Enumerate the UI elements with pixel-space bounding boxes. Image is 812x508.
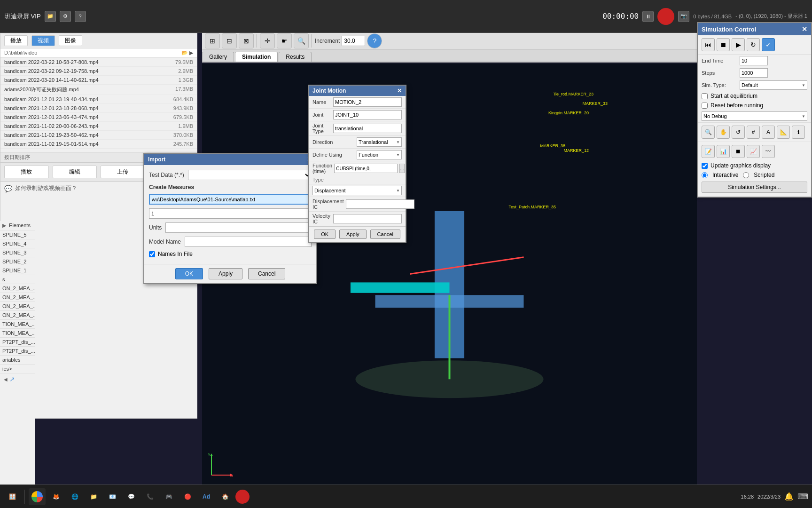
toolbar-icon-4[interactable]: ✛ [260,33,275,48]
help-btn[interactable]: ? [75,11,86,22]
help-icon[interactable]: ? [367,33,382,48]
sidebar-item-pt2pt2[interactable]: PT2PT_dis_... [0,347,35,356]
joint-apply-btn[interactable]: Apply [339,230,367,239]
sim-icon-grid[interactable]: # [747,126,760,139]
sidebar-item-spline3[interactable]: SPLINE_3 [0,248,35,257]
media-item[interactable]: bandicam 2021-12-01 23-19-40-434.mp4 684… [0,95,197,104]
taskbar-explorer[interactable]: 📁 [85,488,102,505]
taskbar-firefox[interactable]: 🦊 [47,488,64,505]
velocity-ic-input[interactable] [333,214,402,223]
taskbar-notification[interactable]: 🔔 [784,492,794,501]
sim-rewind-btn[interactable]: ⏮ [702,38,715,51]
sim-tick-btn[interactable]: ✓ [762,38,775,51]
media-item[interactable]: bandicam 2021-12-01 23-06-43-474.mp4 679… [0,113,197,122]
function-browse-btn[interactable]: ... [399,164,404,173]
direction-dropdown[interactable]: Translational ▼ [357,137,402,147]
sidebar-item-spline4[interactable]: SPLINE_4 [0,239,35,248]
sidebar-item-on2mea1[interactable]: ON_2_MEA_... [0,284,35,293]
toolbar-icon-3[interactable]: ⊠ [239,33,254,48]
sidebar-item-tionmea2[interactable]: TION_MEA_... [0,329,35,338]
sim-icon-stop2[interactable]: ⏹ [732,145,745,158]
sim-type-dropdown[interactable]: Default ▼ [740,80,807,90]
taskbar-app3[interactable]: 📞 [141,488,158,505]
taskbar-app2[interactable]: 💬 [123,488,140,505]
joint-dialog-close[interactable]: ✕ [397,87,402,94]
sim-panel-close[interactable]: ✕ [802,25,807,33]
play-btn[interactable]: 播放 [4,166,49,178]
sim-icon-graph[interactable]: 📊 [717,145,730,158]
taskbar-app5[interactable]: 🔴 [179,488,196,505]
media-item[interactable]: bandicam 2022-03-22 09-12-19-758.mp4 2.9… [0,67,197,76]
taskbar-keyboard[interactable]: ⌨ [797,492,808,501]
displacement-ic-input[interactable] [346,199,414,209]
sidebar-item-pt2pt1[interactable]: PT2PT_dis_... [0,338,35,347]
import-cancel-btn[interactable]: Cancel [248,268,285,279]
media-item[interactable]: bandicam 2022-03-20 14-11-40-621.mp4 1.3… [0,76,197,85]
media-item[interactable]: adams2020许可证失败问题.mp4 17.3MB [0,85,197,95]
sidebar-item-on2mea3[interactable]: ON_2_MEA_... [0,302,35,311]
taskbar-ie[interactable]: 🌐 [66,488,83,505]
joint-ok-btn[interactable]: OK [314,230,336,239]
sidebar-item-spline1[interactable]: SPLINE_1 [0,266,35,275]
debug-dropdown[interactable]: No Debug ▼ [702,111,807,121]
sidebar-item-ies[interactable]: ies> [0,365,35,373]
taskbar-adams[interactable]: Ad [198,488,215,505]
joint-cancel-btn[interactable]: Cancel [370,230,400,239]
tab-results[interactable]: Results [279,52,312,62]
toolbar-icon-6[interactable]: 🔍 [294,33,309,48]
steps-input[interactable] [740,68,768,78]
model-name-input[interactable] [185,237,312,247]
taskbar-app1[interactable]: 📧 [104,488,121,505]
toolbar-icon-5[interactable]: ☛ [277,33,292,48]
sim-play-btn[interactable]: ▶ [732,38,745,51]
sidebar-item-spline5[interactable]: SPLINE_5 [0,230,35,239]
media-item[interactable]: bandicam 2021-11-02 19-15-01-514.mp4 245… [0,140,197,149]
settings-btn[interactable]: ⚙ [60,11,71,22]
type-dropdown[interactable]: Displacement ▼ [312,186,402,195]
names-in-file-checkbox[interactable] [149,251,155,257]
update-graphics-checkbox[interactable] [702,163,708,169]
scripted-radio[interactable] [743,172,749,178]
taskbar-app4[interactable]: 🎮 [160,488,177,505]
upload-btn[interactable]: 上传 [101,166,145,178]
sim-icon-text[interactable]: A [762,126,775,139]
media-item[interactable]: bandicam 2021-11-02 20-00-06-243.mp4 1.9… [0,122,197,131]
media-item[interactable]: bandicam 2022-03-22 10-58-27-808.mp4 79.… [0,58,197,67]
sim-settings-btn[interactable]: Simulation Settings... [702,182,807,193]
start-eq-checkbox[interactable] [702,93,708,99]
sidebar-item-s[interactable]: s [0,275,35,284]
sim-stop-btn[interactable]: ⏹ [717,38,730,51]
import-apply-btn[interactable]: Apply [209,268,242,279]
sidebar-item-tionmea1[interactable]: TION_MEA_... [0,320,35,329]
taskbar-start[interactable]: 🪟 [4,488,21,505]
sidebar-item-on2mea4[interactable]: ON_2_MEA_... [0,311,35,320]
file-btn[interactable]: 📁 [45,11,56,22]
joint-type-input[interactable] [333,124,402,133]
tab-play[interactable]: 播放 [4,35,28,46]
sidebar-item-variables[interactable]: ariables [0,356,35,365]
toolbar-icon-1[interactable]: ⊞ [205,33,220,48]
sim-refresh-btn[interactable]: ↻ [747,38,760,51]
define-using-dropdown[interactable]: Function ▼ [357,150,402,159]
sim-icon-magnify[interactable]: 🔍 [702,126,715,139]
sim-icon-pan[interactable]: ✋ [717,126,730,139]
tab-image[interactable]: 图像 [59,35,82,46]
sidebar-item-elements[interactable]: ▶ Elements [0,221,35,230]
taskbar-app6[interactable]: 🏠 [217,488,234,505]
sim-icon-info[interactable]: ℹ [792,126,805,139]
tab-simulation[interactable]: Simulation [235,52,278,62]
joint-input[interactable] [333,110,402,119]
file-path-input[interactable] [149,194,312,205]
pause-btn[interactable]: ⏸ [642,11,654,22]
test-data-select[interactable] [188,170,312,180]
sim-icon-script[interactable]: 📝 [702,145,715,158]
increment-input[interactable] [342,36,365,46]
sidebar-item-spline2[interactable]: SPLINE_2 [0,257,35,266]
interactive-radio[interactable] [702,172,708,178]
import-ok-btn[interactable]: OK [175,268,203,279]
sidebar-expand-row[interactable]: ◀ ↗ [0,373,35,385]
end-time-input[interactable] [740,56,768,65]
name-input[interactable] [333,97,402,107]
edit-btn[interactable]: 编辑 [53,166,97,178]
sidebar-item-on2mea2[interactable]: ON_2_MEA_... [0,293,35,302]
